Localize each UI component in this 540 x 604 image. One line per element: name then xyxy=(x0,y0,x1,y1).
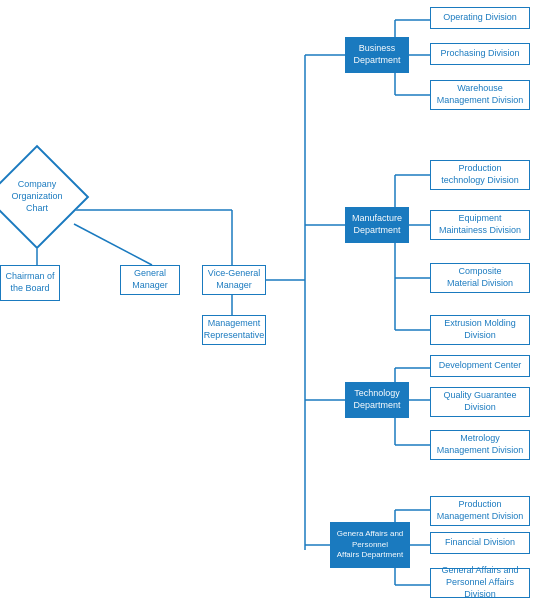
svg-line-1 xyxy=(74,224,152,265)
management-rep-box: ManagementRepresentative xyxy=(202,315,266,345)
quality-div-box: Quality GuaranteeDivision xyxy=(430,387,530,417)
general-manager-box: GeneralManager xyxy=(120,265,180,295)
warehouse-div-box: WarehouseManagement Division xyxy=(430,80,530,110)
production-mgmt-div-box: ProductionManagement Division xyxy=(430,496,530,526)
diamond-label: CompanyOrganization Chart xyxy=(0,160,74,234)
financial-div-box: Financial Division xyxy=(430,532,530,554)
general-affairs-div-box: General Affairs andPersonnel Affairs Div… xyxy=(430,568,530,598)
operating-div-box: Operating Division xyxy=(430,7,530,29)
business-dept-box: BusinessDepartment xyxy=(345,37,409,73)
composite-div-box: CompositeMaterial Division xyxy=(430,263,530,293)
company-diamond: CompanyOrganization Chart xyxy=(0,160,74,234)
development-center-box: Development Center xyxy=(430,355,530,377)
extrusion-div-box: Extrusion MoldingDivision xyxy=(430,315,530,345)
production-tech-div-box: Productiontechnology Division xyxy=(430,160,530,190)
technology-dept-box: TechnologyDepartment xyxy=(345,382,409,418)
manufacture-dept-box: ManufactureDepartment xyxy=(345,207,409,243)
vice-general-box: Vice-GeneralManager xyxy=(202,265,266,295)
purchasing-div-box: Prochasing Division xyxy=(430,43,530,65)
metrology-div-box: MetrologyManagement Division xyxy=(430,430,530,460)
general-affairs-dept-box: Genera Affairs andPersonnelAffairs Depar… xyxy=(330,522,410,568)
equipment-div-box: EquipmentMaintainess Division xyxy=(430,210,530,240)
chairman-box: Chairman ofthe Board xyxy=(0,265,60,301)
org-chart: CompanyOrganization Chart Chairman ofthe… xyxy=(0,0,540,604)
